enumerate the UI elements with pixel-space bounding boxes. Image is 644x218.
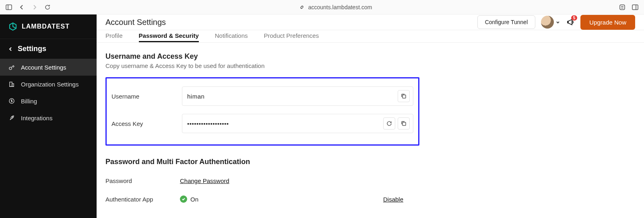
notification-badge: 5 [571,15,578,21]
sidebar-header[interactable]: Settings [0,39,97,59]
url-text[interactable]: accounts.lambdatest.com [308,4,372,10]
topbar: Account Settings Configure Tunnel 5 Upgr… [97,14,644,30]
svg-rect-7 [12,84,14,86]
change-password-link[interactable]: Change Password [180,177,229,184]
sidebar-item-organization-settings[interactable]: Organization Settings [0,76,97,93]
configure-tunnel-button[interactable]: Configure Tunnel [477,15,536,29]
dollar-icon [8,97,15,105]
username-value[interactable]: himan [187,93,395,100]
brand-logo[interactable]: LAMBDATEST [0,14,97,39]
username-label: Username [111,93,182,100]
authenticator-app-label: Authenticator App [105,196,180,203]
accesskey-value[interactable]: •••••••••••••••••• [187,120,381,127]
sidebar-item-label: Billing [21,98,37,105]
sidebar-item-billing[interactable]: Billing [0,93,97,109]
accesskey-field: •••••••••••••••••• [182,114,413,133]
svg-rect-2 [620,5,625,10]
chevron-left-icon [8,47,13,51]
regenerate-accesskey-button[interactable] [383,117,395,130]
chevron-down-icon[interactable] [555,20,560,25]
password-label: Password [105,177,180,184]
sidebar-item-label: Account Settings [21,64,66,71]
extensions-icon[interactable] [618,3,626,11]
brand-mark-icon [8,22,18,31]
main: Account Settings Configure Tunnel 5 Upgr… [97,14,644,218]
copy-username-button[interactable] [398,90,410,102]
copy-accesskey-button[interactable] [398,117,410,130]
svg-rect-6 [10,82,12,86]
refresh-icon [386,121,392,126]
brand-name: LAMBDATEST [22,23,70,30]
rocket-icon [8,114,15,121]
svg-rect-3 [632,5,638,10]
svg-rect-11 [402,122,406,125]
tab-password-security[interactable]: Password & Security [139,30,199,42]
upgrade-button[interactable]: Upgrade Now [580,15,635,30]
tab-product-preferences[interactable]: Product Preferences [264,30,319,42]
key-icon [8,64,15,71]
section-username-title: Username and Access Key [105,52,635,61]
sidebar: LAMBDATEST Settings Account Settings Org… [0,14,97,218]
check-circle-icon [180,195,187,203]
sidebar-item-label: Organization Settings [21,81,78,88]
username-field: himan [182,86,413,106]
tabs: Profile Password & Security Notification… [97,30,644,43]
svg-point-9 [12,117,13,117]
sidebar-header-label: Settings [18,45,46,53]
authenticator-status-label: On [190,196,198,203]
reload-icon[interactable] [43,3,52,11]
authenticator-status: On [180,195,198,203]
copy-icon [401,93,407,99]
disable-authenticator-link[interactable]: Disable [383,196,403,203]
tab-profile[interactable]: Profile [105,30,123,42]
page-title: Account Settings [105,18,166,27]
copy-icon [401,121,407,126]
link-icon [298,3,306,11]
section-username-subtitle: Copy username & Access Key to be used fo… [105,62,635,69]
tab-notifications[interactable]: Notifications [215,30,248,42]
building-icon [8,80,15,88]
back-icon[interactable] [18,3,26,11]
section-mfa-title: Password and Multi Factor Authentication [105,158,635,166]
svg-rect-0 [6,5,12,10]
forward-icon [31,3,39,11]
sidebar-item-label: Integrations [21,115,52,121]
panel-right-icon[interactable] [631,3,639,11]
accesskey-label: Access Key [111,120,182,127]
sidebar-item-integrations[interactable]: Integrations [0,109,97,126]
sidebar-toggle-icon[interactable] [5,3,13,11]
announcements-icon[interactable]: 5 [566,18,575,27]
sidebar-item-account-settings[interactable]: Account Settings [0,59,97,76]
svg-rect-10 [402,95,406,98]
credentials-highlight-box: Username himan Access Key ••••••••••••••… [105,77,419,146]
browser-chrome: accounts.lambdatest.com [0,0,644,14]
avatar[interactable] [541,16,554,29]
